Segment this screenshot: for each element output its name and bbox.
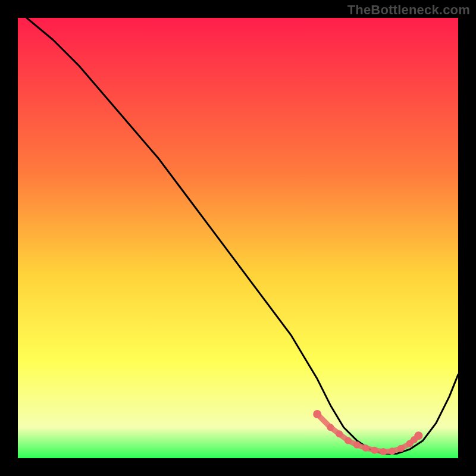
marker-dot bbox=[414, 431, 422, 440]
marker-dot bbox=[327, 424, 334, 431]
marker-dot bbox=[336, 430, 343, 437]
marker-dot bbox=[397, 445, 405, 452]
marker-dot bbox=[371, 447, 378, 454]
marker-dot bbox=[380, 448, 387, 455]
marker-dot bbox=[389, 447, 396, 455]
chart-svg bbox=[18, 18, 458, 458]
marker-dot bbox=[353, 441, 361, 449]
plot-area bbox=[18, 18, 458, 458]
gradient-background bbox=[18, 18, 458, 458]
marker-dot bbox=[313, 410, 321, 418]
marker-dot bbox=[362, 444, 369, 452]
marker-dot bbox=[345, 437, 352, 444]
chart-frame: TheBottleneck.com bbox=[0, 0, 476, 476]
watermark-text: TheBottleneck.com bbox=[347, 2, 470, 18]
